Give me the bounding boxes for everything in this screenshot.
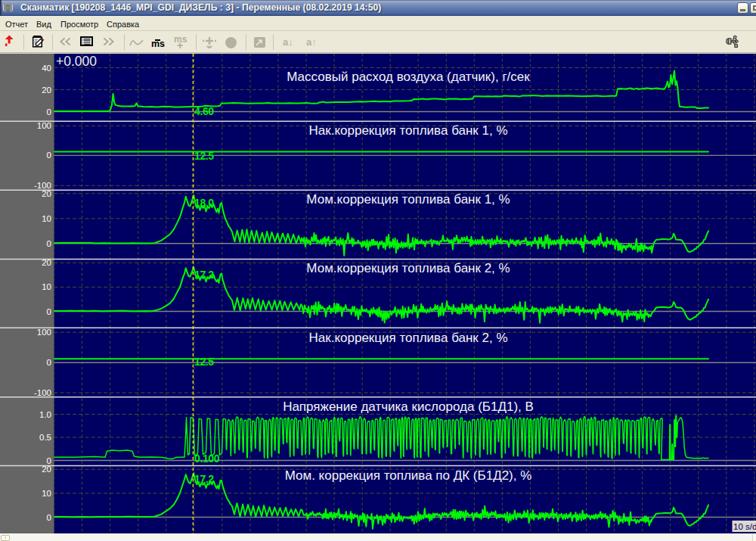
svg-text:0: 0 xyxy=(47,456,51,465)
svg-text:10: 10 xyxy=(42,214,51,223)
svg-text:Мом.коррекция топлива банк 2,: Мом.коррекция топлива банк 2, % xyxy=(306,261,510,275)
svg-text:17.2: 17.2 xyxy=(194,269,214,281)
svg-text:10 s/div: 10 s/div xyxy=(733,522,756,531)
svg-text:Нак.коррекция топлива банк 1,: Нак.коррекция топлива банк 1, % xyxy=(309,123,508,138)
svg-text:0.100: 0.100 xyxy=(194,452,220,465)
svg-text:12.5: 12.5 xyxy=(194,356,214,368)
svg-text:20: 20 xyxy=(42,465,51,474)
svg-text:0: 0 xyxy=(47,107,51,117)
svg-text:+0.000: +0.000 xyxy=(56,54,97,69)
svg-text:17.2: 17.2 xyxy=(194,473,214,485)
svg-text:Массовый расход воздуха (датчи: Массовый расход воздуха (датчик), г/сек xyxy=(287,70,530,84)
svg-text:100: 100 xyxy=(37,121,51,130)
svg-text:Мом.коррекция топлива банк 1,: Мом.коррекция топлива банк 1, % xyxy=(306,192,510,207)
svg-text:0: 0 xyxy=(47,358,51,367)
svg-text:0: 0 xyxy=(47,239,51,248)
svg-text:100: 100 xyxy=(37,328,51,337)
svg-text:0: 0 xyxy=(47,513,51,522)
svg-text:Нак.коррекция топлива банк 2,: Нак.коррекция топлива банк 2, % xyxy=(309,331,508,345)
svg-text:Напряжение датчика кислорода (: Напряжение датчика кислорода (Б1Д1), В xyxy=(283,400,534,414)
svg-text:1.0: 1.0 xyxy=(39,410,51,419)
svg-text:0: 0 xyxy=(47,151,51,160)
svg-text:0.5: 0.5 xyxy=(39,433,51,442)
svg-text:20: 20 xyxy=(42,86,51,95)
svg-text:40: 40 xyxy=(42,64,51,73)
svg-text:20: 20 xyxy=(42,189,51,198)
svg-text:20: 20 xyxy=(42,258,51,267)
svg-text:Мом. коррекция топлива по ДК (: Мом. коррекция топлива по ДК (Б1Д2), % xyxy=(285,468,532,483)
svg-text:10: 10 xyxy=(42,282,51,291)
svg-text:4.60: 4.60 xyxy=(194,105,214,117)
svg-text:-100: -100 xyxy=(34,388,51,397)
svg-text:0: 0 xyxy=(47,307,51,316)
svg-text:12.5: 12.5 xyxy=(194,150,214,162)
svg-text:10: 10 xyxy=(42,489,51,498)
svg-text:18.0: 18.0 xyxy=(194,197,214,209)
